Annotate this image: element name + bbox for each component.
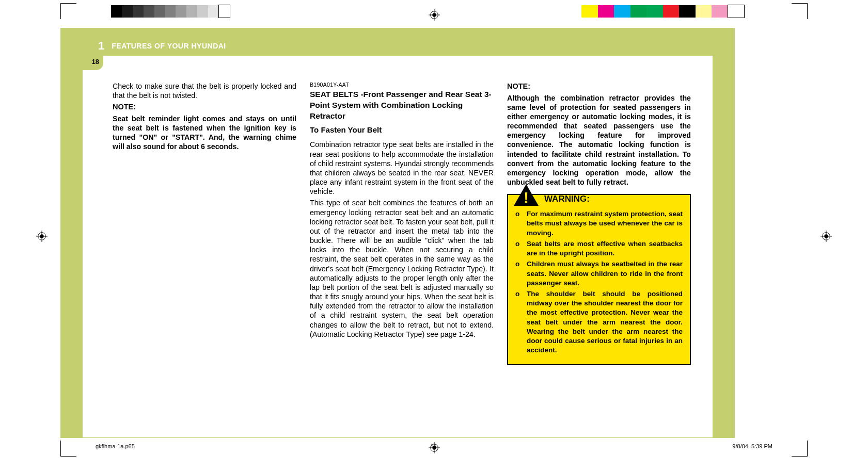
col2-p2: This type of seat belt combines the feat…: [310, 198, 494, 339]
col2-heading: SEAT BELTS -Front Passenger and Rear Sea…: [310, 89, 494, 122]
grayscale-bar: [111, 5, 230, 18]
color-bar: [581, 5, 744, 18]
warning-item: oSeat belts are most effective when seat…: [515, 239, 683, 258]
chapter-number: 1: [83, 39, 108, 53]
chapter-header: 1 FEATURES OF YOUR HYUNDAI: [83, 36, 226, 56]
col1-p1: Check to make sure that the belt is prop…: [113, 82, 296, 100]
warning-triangle-icon: !: [513, 184, 539, 206]
col3-note-label: NOTE:: [507, 82, 691, 91]
registration-mark-left: [36, 231, 48, 242]
column-3: NOTE: Although the combination retractor…: [507, 82, 691, 365]
footer-file: gkflhma-1a.p65: [96, 443, 135, 449]
col2-p1: Combination retractor type seat belts ar…: [310, 140, 494, 196]
warning-list: oFor maximum restraint system protection…: [515, 209, 683, 355]
crop-mark-br: [792, 441, 808, 457]
footer: gkflhma-1a.p65 18 9/8/04, 5:39 PM: [96, 443, 772, 449]
printer-marks: [0, 5, 868, 23]
warning-item: oFor maximum restraint system protection…: [515, 209, 683, 238]
section-code: B190A01Y-AAT: [310, 82, 494, 88]
footer-datetime: 9/8/04, 5:39 PM: [732, 443, 772, 449]
col1-note-label: NOTE:: [113, 102, 296, 112]
chapter-title: FEATURES OF YOUR HYUNDAI: [112, 42, 226, 50]
column-1: Check to make sure that the belt is prop…: [113, 82, 296, 365]
registration-mark-right: [820, 231, 832, 242]
page-number: 18: [83, 56, 103, 70]
crop-mark-bl: [60, 441, 76, 457]
column-2: B190A01Y-AAT SEAT BELTS -Front Passenger…: [310, 82, 494, 365]
col3-note-body: Although the combination retractor provi…: [507, 93, 691, 187]
svg-text:!: !: [524, 189, 529, 206]
warning-item: oChildren must always be seatbelted in t…: [515, 259, 683, 288]
warning-box: ! WARNING: oFor maximum restraint system…: [507, 194, 691, 365]
warning-title: WARNING:: [544, 193, 590, 206]
content-columns: Check to make sure that the belt is prop…: [113, 82, 691, 365]
col2-subheading: To Fasten Your Belt: [310, 125, 494, 135]
warning-item: oThe shoulder belt should be positioned …: [515, 289, 683, 355]
col1-note-body: Seat belt reminder light comes and stays…: [113, 114, 296, 152]
footer-page: 18: [430, 443, 436, 449]
